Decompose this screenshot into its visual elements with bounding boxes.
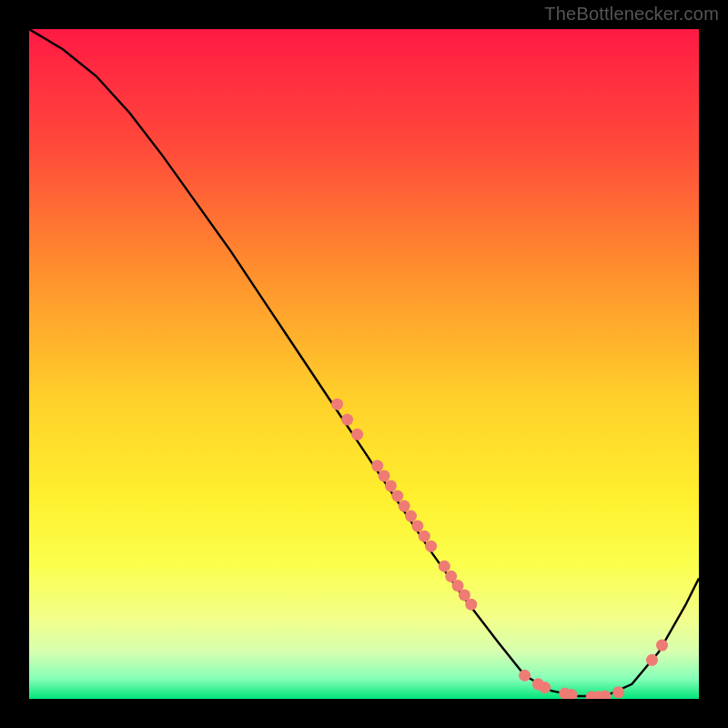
watermark-text: TheBottlenecker.com	[544, 4, 719, 25]
data-point	[612, 686, 624, 698]
data-point	[379, 470, 390, 481]
data-point	[351, 429, 363, 440]
data-point	[391, 490, 403, 501]
chart-container: TheBottlenecker.com	[0, 0, 728, 728]
data-point	[439, 561, 450, 572]
data-point	[539, 682, 551, 693]
data-point	[385, 480, 397, 491]
data-point	[399, 500, 410, 512]
data-point	[646, 654, 658, 666]
chart-plot	[29, 29, 699, 699]
chart-svg	[29, 29, 699, 699]
gradient-background	[29, 29, 699, 699]
data-point	[331, 399, 343, 410]
data-point	[371, 460, 383, 471]
data-point	[411, 521, 423, 532]
data-point	[405, 511, 417, 522]
data-point	[341, 414, 353, 426]
data-point	[656, 640, 668, 652]
data-point	[419, 531, 430, 542]
data-point	[425, 541, 437, 552]
data-point	[465, 599, 477, 611]
data-point	[519, 670, 531, 682]
